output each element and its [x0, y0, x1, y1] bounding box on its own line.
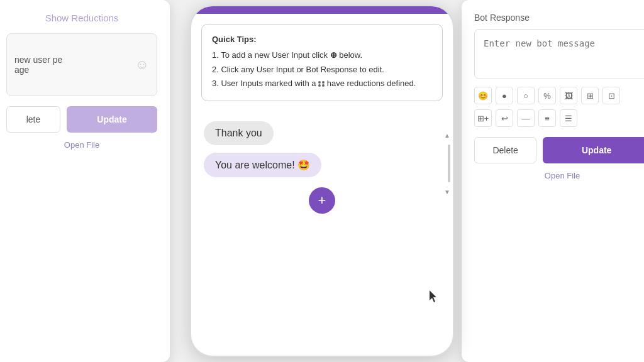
toolbar-circle-fill-icon[interactable]: ●	[496, 87, 513, 104]
toolbar-box-icon[interactable]: ⊡	[602, 87, 620, 104]
delete-button-left[interactable]: lete	[6, 106, 60, 133]
update-button-right[interactable]: Update	[543, 137, 644, 163]
open-file-right[interactable]: Open File	[474, 171, 644, 180]
toolbar-undo-icon[interactable]: ↩	[496, 109, 513, 127]
user-bubble-thank-you[interactable]: Thank you	[204, 121, 274, 145]
toolbar-circle-outline-icon[interactable]: ○	[517, 87, 535, 104]
quick-tips-box: Quick Tips: 1. To add a new User Input c…	[201, 24, 443, 101]
update-button-left[interactable]: Update	[67, 106, 157, 133]
toolbar-row-2: ⊞+ ↩ — ≡ ☰	[474, 109, 644, 127]
smiley-icon: ☺	[135, 57, 149, 73]
left-panel-user-text: new user pe age	[14, 55, 62, 75]
bot-bubble-welcome[interactable]: You are welcome! 🤩	[204, 153, 321, 177]
quick-tip-2: 2. Click any User Input or Bot Response …	[212, 63, 432, 77]
main-container: Show Reductions new user pe age ☺ lete U…	[0, 0, 644, 362]
add-message-button[interactable]: +	[309, 187, 335, 214]
quick-tip-3: 3. User Inputs marked with a have reduct…	[212, 77, 432, 90]
toolbar-row-1: 😊 ● ○ % 🖼 ⊞ ⊡	[474, 87, 644, 104]
toolbar-add-grid-icon[interactable]: ⊞+	[474, 109, 492, 127]
scroll-down-indicator[interactable]: ▼	[444, 189, 450, 195]
right-panel: Bot Response 😊 ● ○ % 🖼 ⊞ ⊡ ⊞+ ↩ — ≡ ☰ De…	[462, 0, 644, 362]
toolbar-percent-icon[interactable]: %	[538, 87, 556, 104]
quick-tips-list: 1. To add a new User Input click ⊕ below…	[212, 49, 432, 90]
phone-header	[191, 6, 453, 14]
toolbar-list-icon[interactable]: ≡	[538, 109, 556, 127]
left-panel-title: Show Reductions	[6, 13, 157, 23]
phone-container: Quick Tips: 1. To add a new User Input c…	[190, 5, 454, 357]
toolbar-image-icon[interactable]: 🖼	[560, 87, 577, 104]
toolbar-menu-icon[interactable]: ☰	[560, 109, 577, 127]
chat-area: Thank you You are welcome! 🤩 +	[191, 111, 453, 224]
quick-tip-1: 1. To add a new User Input click ⊕ below…	[212, 49, 432, 62]
toolbar-dash-icon[interactable]: —	[517, 109, 535, 127]
delete-button-right[interactable]: Delete	[474, 137, 536, 163]
bot-response-input[interactable]	[474, 29, 644, 79]
toolbar-grid-icon[interactable]: ⊞	[581, 87, 599, 104]
right-panel-buttons: Delete Update	[474, 137, 644, 163]
quick-tips-title: Quick Tips:	[212, 33, 432, 47]
left-panel: Show Reductions new user pe age ☺ lete U…	[0, 0, 170, 362]
scroll-up-indicator[interactable]: ▲	[444, 132, 450, 139]
left-panel-content: new user pe age ☺	[6, 33, 157, 96]
toolbar-emoji-icon[interactable]: 😊	[474, 87, 492, 104]
phone-body[interactable]: Quick Tips: 1. To add a new User Input c…	[191, 14, 453, 356]
bot-response-label: Bot Response	[474, 13, 644, 23]
phone-scrollbar[interactable]	[448, 145, 450, 182]
open-file-left[interactable]: Open File	[6, 140, 157, 150]
left-panel-buttons: lete Update	[6, 106, 157, 133]
